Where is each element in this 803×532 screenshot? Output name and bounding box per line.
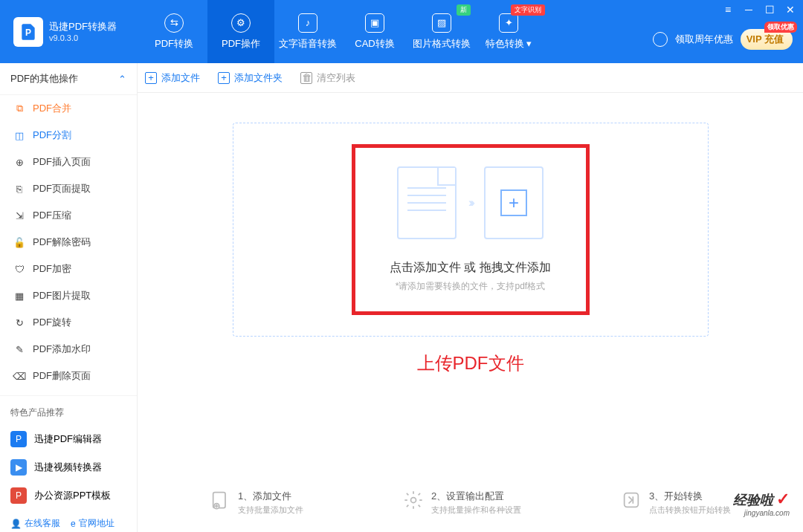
add-folder-label: 添加文件夹 [234,71,283,85]
sidebar-item-label: PDF插入页面 [33,155,91,169]
rec-video-converter[interactable]: ▶迅捷视频转换器 [0,453,137,481]
step-3: 3、开始转换点击转换按钮开始转换 [621,490,731,516]
drop-zone[interactable]: › › › + 点击添加文件 或 拖拽文件添加 *请添加需要转换的文件，支持pd… [233,123,709,337]
sidebar-item-label: PDF图片提取 [33,289,91,302]
sidebar-item-label: PDF旋转 [33,316,71,329]
sidebar-item-label: PDF压缩 [33,209,71,222]
rec-ppt-template[interactable]: P办公资源PPT模板 [0,481,137,510]
insert-icon: ⊕ [13,156,25,168]
image-extract-icon: ▦ [13,290,25,302]
sidebar-item-label: PDF删除页面 [33,369,91,383]
ppt-icon: P [10,487,27,504]
cad-icon: ▣ [365,13,384,33]
tab-label: PDF转换 [155,37,193,51]
support-icon: 👤 [10,519,22,529]
compress-icon: ⇲ [13,210,25,221]
badge-ocr: 文字识别 [511,4,545,16]
app-logo-icon: P [13,17,43,47]
app-header: P 迅捷PDF转换器 v9.0.3.0 ⇆PDF转换 ⚙PDF操作 ♪文字语音转… [0,0,803,63]
rec-label: 迅捷PDF编辑器 [34,432,102,446]
sidebar-item-label: PDF加密 [33,262,71,276]
promo-link[interactable]: 领取周年优惠 [675,33,733,46]
logo-area: P 迅捷PDF转换器 v9.0.3.0 [0,17,126,47]
annotation-text: 上传PDF文件 [417,351,524,375]
merge-icon: ⧉ [13,103,25,114]
step-title: 3、开始转换 [649,490,731,503]
sidebar-item-compress[interactable]: ⇲PDF压缩 [0,202,137,229]
chevron-right-icon: › › › [468,196,472,210]
sidebar-item-merge[interactable]: ⧉PDF合并 [0,95,137,122]
tab-pdf-operate[interactable]: ⚙PDF操作 [207,0,274,63]
tab-label: 文字语音转换 [279,37,337,51]
sidebar-item-insert[interactable]: ⊕PDF插入页面 [0,149,137,175]
tab-special[interactable]: ✦特色转换 ▾文字识别 [475,0,542,63]
sidebar-section-header[interactable]: PDF的其他操作 ⌃ [0,63,137,95]
delete-page-icon: ⌫ [13,370,25,382]
tab-cad[interactable]: ▣CAD转换 [341,0,408,63]
website-link[interactable]: e官网地址 [71,517,115,530]
plus-icon: + [145,72,157,84]
tab-image[interactable]: ▨图片格式转换新 [408,0,475,63]
support-link[interactable]: 👤在线客服 [10,517,60,530]
header-actions: 领取周年优惠 VIP 充值 领取优惠 [653,29,793,50]
globe-icon: e [71,519,76,529]
menu-icon[interactable]: ≡ [723,4,733,15]
plus-icon: + [218,72,230,84]
clear-label: 清空列表 [317,71,355,85]
main-panel: +添加文件 +添加文件夹 🗑清空列表 › › › + 点击添加文件 或 拖拽文件… [138,63,803,532]
pdf-editor-icon: P [10,431,27,447]
watermark-url: jingyanla.com [733,509,790,517]
sidebar-item-img-extract[interactable]: ▦PDF图片提取 [0,282,137,309]
website-label: 官网地址 [79,517,115,530]
document-icon [397,166,457,239]
watermark-brand: 经验啦 [733,493,773,507]
toolbar: +添加文件 +添加文件夹 🗑清空列表 [138,63,803,93]
vip-button[interactable]: VIP 充值 领取优惠 [741,29,793,50]
rec-pdf-editor[interactable]: P迅捷PDF编辑器 [0,425,137,453]
sidebar-item-delete-page[interactable]: ⌫PDF删除页面 [0,363,137,389]
sidebar-item-label: PDF添加水印 [33,343,91,356]
user-icon[interactable] [653,32,668,47]
step-title: 2、设置输出配置 [431,490,521,503]
minimize-button[interactable]: ─ [744,4,754,15]
step-add-icon [210,490,230,510]
maximize-button[interactable]: ☐ [764,4,775,15]
support-label: 在线客服 [25,517,60,530]
sidebar-item-watermark[interactable]: ✎PDF添加水印 [0,336,137,363]
vip-tag: 领取优惠 [764,22,797,33]
drop-subtitle: *请添加需要转换的文件，支持pdf格式 [396,280,545,293]
extract-icon: ⎘ [13,183,25,195]
tab-label: CAD转换 [355,37,394,51]
sidebar-item-label: PDF合并 [33,102,71,115]
vip-label: VIP 充值 [746,33,784,45]
step-sub: 支持批量添加文件 [238,505,303,516]
sidebar-item-unlock[interactable]: 🔓PDF解除密码 [0,229,137,256]
sidebar-item-rotate[interactable]: ↻PDF旋转 [0,309,137,336]
step-1: 1、添加文件支持批量添加文件 [210,490,303,516]
sidebar-item-encrypt[interactable]: 🛡PDF加密 [0,256,137,282]
gear-icon: ⚙ [231,13,251,33]
tab-label: 图片格式转换 [413,37,471,51]
step-2: 2、设置输出配置支持批量操作和各种设置 [403,490,521,516]
rec-label: 迅捷视频转换器 [34,461,102,474]
tab-pdf-convert[interactable]: ⇆PDF转换 [141,0,207,63]
badge-new: 新 [457,4,471,16]
tab-label: PDF操作 [222,37,260,51]
chevron-up-icon: ⌃ [118,74,126,85]
clear-list-button[interactable]: 🗑清空列表 [300,71,355,85]
split-icon: ◫ [13,129,25,141]
sidebar-item-split[interactable]: ◫PDF分割 [0,122,137,149]
tab-label: 特色转换 ▾ [486,37,532,51]
video-icon: ▶ [10,459,27,476]
step-title: 1、添加文件 [238,490,303,503]
tab-tts[interactable]: ♪文字语音转换 [274,0,341,63]
drop-title: 点击添加文件 或 拖拽文件添加 [390,260,551,276]
add-file-button[interactable]: +添加文件 [145,71,200,85]
add-folder-button[interactable]: +添加文件夹 [218,71,283,85]
rotate-icon: ↻ [13,317,25,328]
sidebar-item-extract[interactable]: ⎘PDF页面提取 [0,175,137,202]
rec-label: 办公资源PPT模板 [34,489,111,502]
close-button[interactable]: ✕ [785,4,796,15]
app-version: v9.0.3.0 [49,33,117,42]
sparkle-icon: ✦ [499,13,518,33]
